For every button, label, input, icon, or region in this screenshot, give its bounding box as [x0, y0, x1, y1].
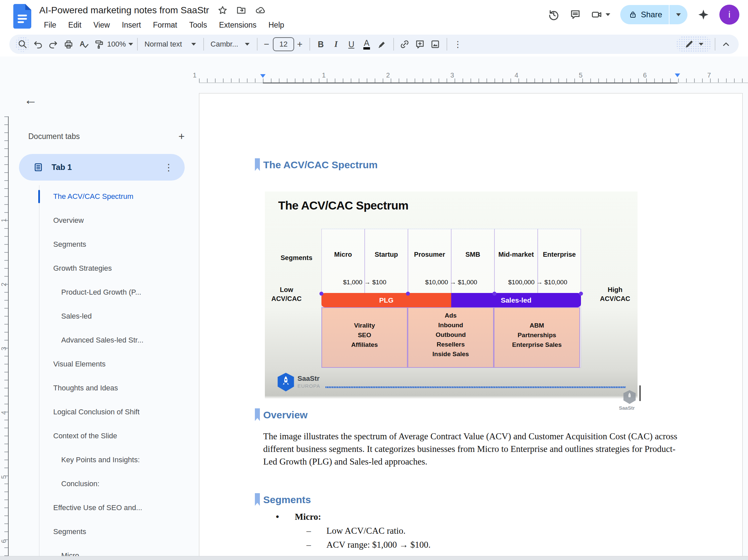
outline-item[interactable]: Visual Elements — [10, 352, 196, 376]
paragraph-style-select[interactable]: Normal text — [141, 36, 199, 52]
gemini-sparkle-icon[interactable] — [697, 9, 709, 21]
outline-item[interactable]: Effective Use of SEO and... — [10, 496, 196, 520]
outline-item[interactable]: Conclusion: — [10, 472, 196, 496]
slide-low-label: Low ACV/CAC — [268, 285, 305, 303]
share-button-group: Share — [620, 5, 687, 24]
viewport-bottom-strip — [0, 556, 748, 560]
insert-image-button[interactable] — [428, 36, 443, 52]
ruler-ticks — [4, 116, 8, 560]
font-family-select[interactable]: Cambr... — [207, 36, 253, 52]
sidebar-title: Document tabs — [28, 132, 80, 141]
slide-column-label: Micro — [322, 251, 365, 259]
menu-edit[interactable]: Edit — [64, 19, 86, 31]
doc-heading-overview: Overview — [255, 409, 307, 421]
ruler-number: 5 — [576, 72, 586, 79]
redo-button[interactable] — [46, 36, 61, 52]
share-dropdown-button[interactable] — [670, 5, 687, 24]
outline-item[interactable]: Segments — [10, 520, 196, 544]
zoom-caret-icon — [128, 43, 133, 46]
menu-tools[interactable]: Tools — [185, 19, 212, 31]
tactic: Virality — [354, 321, 375, 330]
ruler-number: 1 — [0, 216, 8, 225]
outline-item[interactable]: Logical Conclusion of Shift — [10, 400, 196, 424]
comments-icon[interactable] — [570, 9, 581, 20]
font-size-increase-button[interactable]: + — [294, 36, 305, 52]
document-page[interactable]: The ACV/CAC Spectrum The ACV/CAC Spectru… — [199, 93, 743, 560]
star-icon[interactable] — [218, 5, 228, 15]
font-size-decrease-button[interactable]: − — [261, 36, 272, 52]
ruler-number: 3 — [0, 344, 8, 353]
embedded-slide-image[interactable]: The ACV/CAC Spectrum Segments Micro Star… — [265, 192, 637, 413]
menu-format[interactable]: Format — [148, 19, 182, 31]
cloud-status-icon[interactable] — [255, 5, 265, 15]
heading-text: Segments — [263, 494, 311, 506]
undo-button[interactable] — [31, 36, 45, 52]
ruler-ticks — [199, 78, 748, 82]
tab-options-button[interactable]: ⋮ — [161, 162, 176, 173]
slide-sales-bar: Sales-led — [451, 293, 581, 307]
outline-item[interactable]: Advanced Sales-led Str... — [10, 328, 196, 352]
move-folder-icon[interactable] — [236, 5, 246, 15]
vertical-ruler[interactable]: 1 2 3 4 5 6 — [0, 116, 9, 560]
editing-mode-select[interactable] — [676, 36, 711, 52]
bold-button[interactable]: B — [313, 36, 328, 52]
ruler-number: 4 — [511, 72, 521, 79]
more-options-button[interactable]: ⋮ — [450, 36, 465, 52]
add-comment-button[interactable] — [413, 36, 427, 52]
outline-item[interactable]: Thoughts and Ideas — [10, 376, 196, 400]
outline-item[interactable]: Growth Strategies — [10, 257, 196, 280]
formatting-toolbar: A 100% Normal text Cambr... − 12 + B I U… — [9, 34, 739, 54]
tactic: Outbound — [436, 330, 466, 340]
menu-help[interactable]: Help — [264, 19, 289, 31]
slide-acv-range: $1,000 → $100 — [322, 279, 408, 286]
document-title[interactable]: AI-Powered marketing notes from SaaStr — [39, 5, 209, 16]
outline-item[interactable]: Segments — [10, 233, 196, 257]
menu-insert[interactable]: Insert — [117, 19, 146, 31]
outline-item[interactable]: Context of the Slide — [10, 424, 196, 448]
account-avatar[interactable]: i — [719, 5, 739, 25]
video-call-button[interactable] — [591, 9, 610, 20]
right-indent-marker[interactable] — [675, 77, 680, 83]
text-color-button[interactable]: A — [359, 36, 374, 52]
bullet-glyph: • — [276, 512, 279, 522]
menu-file[interactable]: File — [39, 19, 61, 31]
dash-glyph: – — [306, 526, 311, 536]
heading-text: Overview — [263, 409, 307, 421]
italic-button[interactable]: I — [329, 36, 343, 52]
horizontal-ruler[interactable]: 1 1 2 3 4 5 6 7 — [190, 70, 748, 84]
insert-link-button[interactable] — [397, 36, 412, 52]
slide-acv-range: $100,000 → $10,000 — [494, 279, 581, 286]
outline-item[interactable]: The ACV/CAC Spectrum — [10, 185, 196, 209]
bullet-term: Micro: — [295, 512, 321, 522]
hide-menus-button[interactable] — [719, 36, 733, 52]
menu-view[interactable]: View — [89, 19, 114, 31]
outline-item[interactable]: Key Points and Insights: — [10, 448, 196, 472]
slide-column-label: Startup — [365, 251, 408, 259]
font-size-input[interactable]: 12 — [273, 37, 294, 51]
zoom-select[interactable]: 100% — [107, 36, 133, 52]
print-button[interactable] — [61, 36, 76, 52]
search-menus-button[interactable] — [15, 36, 30, 52]
outline-item[interactable]: Overview — [10, 209, 196, 233]
menu-extensions[interactable]: Extensions — [214, 19, 261, 31]
paint-format-button[interactable] — [92, 36, 107, 52]
google-docs-logo-icon[interactable] — [13, 4, 31, 29]
highlight-color-button[interactable] — [375, 36, 389, 52]
left-indent-marker[interactable] — [260, 78, 265, 84]
share-button[interactable]: Share — [620, 5, 669, 24]
tactic: SEO — [358, 330, 371, 340]
outline-item[interactable]: Product-Led Growth (P... — [10, 280, 196, 304]
outline-item[interactable]: Sales-led — [10, 304, 196, 328]
underline-button[interactable]: U — [344, 36, 359, 52]
zoom-value: 100% — [107, 40, 126, 49]
tab-item-1[interactable]: Tab 1 ⋮ — [19, 154, 185, 180]
saastr-logo-subtext: EUROPA — [298, 383, 320, 389]
plg-bar-label: PLG — [379, 296, 393, 304]
slide-connector-dot — [579, 292, 583, 296]
sales-bar-label: Sales-led — [501, 296, 531, 304]
add-tab-button[interactable]: + — [178, 131, 185, 142]
spell-check-button[interactable]: A — [76, 36, 91, 52]
version-history-icon[interactable] — [548, 9, 560, 21]
toolbar-divider — [309, 38, 310, 51]
close-sidebar-button[interactable]: ← — [24, 93, 37, 106]
